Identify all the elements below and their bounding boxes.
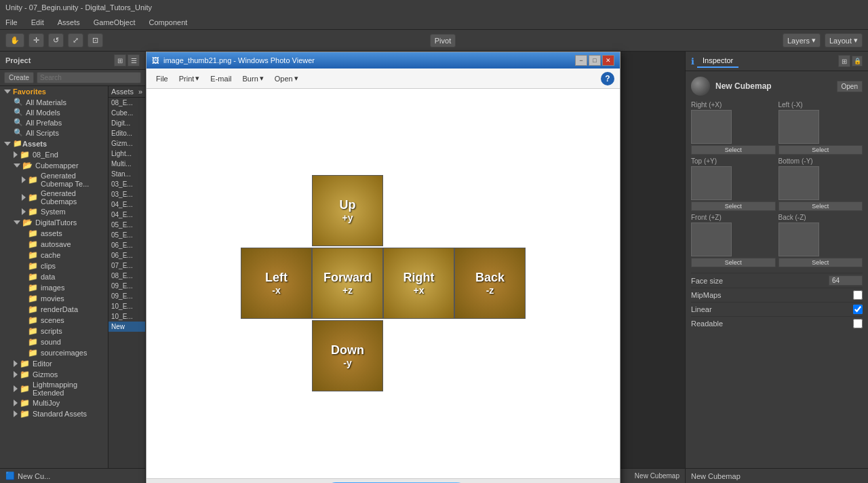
favorites-header[interactable]: Favorites (0, 86, 108, 97)
mipmaps-checkbox[interactable] (853, 290, 863, 300)
tree-scripts[interactable]: 📁 scripts (0, 326, 108, 336)
tree-digitaltutors[interactable]: 📂 DigitalTutors (0, 217, 108, 228)
asset-item-22[interactable]: New (108, 322, 145, 332)
move-tool-btn[interactable]: ✛ (28, 33, 44, 47)
face-size-input[interactable] (829, 275, 863, 286)
rotate-tool-btn[interactable]: ↺ (48, 33, 64, 47)
asset-item-4[interactable]: Gizm... (108, 138, 145, 149)
panel-icons: ⊞ ☰ (114, 54, 140, 66)
tree-gizmos[interactable]: 📁 Gizmos (0, 369, 108, 380)
asset-item-19[interactable]: 09_E... (108, 291, 145, 301)
inspector-layout-icon[interactable]: ⊞ (838, 55, 850, 67)
tree-images[interactable]: 📁 images (0, 282, 108, 293)
asset-item-8[interactable]: 03_E... (108, 179, 145, 189)
asset-item-17[interactable]: 08_E... (108, 271, 145, 281)
maximize-btn[interactable]: □ (589, 55, 601, 66)
pv-burn[interactable]: Burn▾ (239, 73, 268, 84)
asset-item-1[interactable]: Cube... (108, 108, 145, 118)
rect-tool-btn[interactable]: ⊡ (87, 33, 103, 47)
face-select-front-btn[interactable]: Select (691, 258, 776, 267)
tree-system[interactable]: 📁 System (0, 206, 108, 217)
asset-item-18[interactable]: 09_E... (108, 281, 145, 291)
linear-checkbox[interactable] (853, 305, 863, 314)
tree-data[interactable]: 📁 data (0, 271, 108, 282)
folder-icon: 📁 (28, 348, 38, 358)
fav-all-models[interactable]: 🔍 All Models (0, 107, 108, 117)
face-select-back-btn[interactable]: Select (778, 258, 863, 267)
asset-item-20[interactable]: 10_E... (108, 301, 145, 311)
asset-item-5[interactable]: Light... (108, 149, 145, 159)
asset-item-7[interactable]: Stan... (108, 169, 145, 179)
menu-edit[interactable]: Edit (28, 17, 47, 28)
asset-item-3[interactable]: Edito... (108, 128, 145, 138)
search-input[interactable] (37, 72, 141, 83)
fav-all-scripts[interactable]: 🔍 All Scripts (0, 128, 108, 138)
face-select-top-btn[interactable]: Select (691, 201, 776, 211)
asset-item-16[interactable]: 07_E... (108, 260, 145, 271)
close-btn[interactable]: ✕ (602, 55, 614, 66)
tree-renderdata[interactable]: 📁 renderData (0, 304, 108, 315)
lock-icon[interactable]: 🔒 (852, 56, 863, 66)
fav-all-prefabs[interactable]: 🔍 All Prefabs (0, 117, 108, 128)
tab-inspector[interactable]: Inspector (697, 54, 738, 68)
tree-movies[interactable]: 📁 movies (0, 293, 108, 304)
asset-item-11[interactable]: 04_E... (108, 210, 145, 220)
asset-item-14[interactable]: 06_E... (108, 240, 145, 250)
face-thumb-front (691, 223, 732, 256)
asset-item-6[interactable]: Multi... (108, 159, 145, 169)
menu-file[interactable]: File (3, 17, 20, 28)
tree-autosave[interactable]: 📁 autosave (0, 239, 108, 250)
tree-lightmapping[interactable]: 📁 Lightmapping Extended (0, 380, 108, 398)
asset-item-13[interactable]: 05_E... (108, 230, 145, 240)
tree-generated-cubemaps[interactable]: 📁 Generated Cubemaps (0, 189, 108, 206)
tree-scenes[interactable]: 📁 scenes (0, 315, 108, 326)
panel-icon-2[interactable]: ☰ (127, 54, 140, 66)
layers-btn[interactable]: Layers▾ (783, 33, 821, 47)
pivot-btn[interactable]: Pivot (430, 34, 456, 47)
asset-item-12[interactable]: 05_E... (108, 220, 145, 230)
readable-checkbox[interactable] (853, 319, 863, 328)
tree-assets[interactable]: 📁 assets (0, 228, 108, 239)
tree-sound[interactable]: 📁 sound (0, 336, 108, 347)
asset-item-21[interactable]: 10_E... (108, 311, 145, 322)
face-select-bottom-btn[interactable]: Select (778, 201, 863, 211)
tree-multijoy[interactable]: 📁 MultiJoy (0, 398, 108, 408)
inspector-open-btn[interactable]: Open (837, 81, 863, 92)
assets-header[interactable]: 📁 Assets (0, 138, 108, 149)
pv-email[interactable]: E-mail (206, 73, 235, 84)
face-select-right-btn[interactable]: Select (691, 145, 776, 155)
face-select-left-btn[interactable]: Select (778, 145, 863, 155)
minimize-btn[interactable]: − (575, 55, 587, 66)
folder-icon: 📁 (28, 229, 38, 238)
asset-item-15[interactable]: 06_E... (108, 250, 145, 260)
menu-gameobject[interactable]: GameObject (91, 17, 138, 28)
left-panel: Project ⊞ ☰ Create Favorites 🔍 A (0, 52, 146, 483)
fav-all-materials[interactable]: 🔍 All Materials (0, 97, 108, 107)
asset-item-2[interactable]: Digit... (108, 118, 145, 128)
tree-08end[interactable]: 📁 08_End (0, 149, 108, 160)
tree-standard-assets[interactable]: 📁 Standard Assets (0, 408, 108, 419)
asset-item-0[interactable]: 08_E... (108, 98, 145, 108)
tree-cubemapper[interactable]: 📂 Cubemapper (0, 160, 108, 171)
tree-cache[interactable]: 📁 cache (0, 250, 108, 260)
pv-open[interactable]: Open▾ (271, 73, 302, 84)
tree-clips[interactable]: 📁 clips (0, 260, 108, 271)
menu-assets[interactable]: Assets (55, 17, 83, 28)
layout-btn[interactable]: Layout▾ (825, 33, 863, 47)
tree-editor[interactable]: 📁 Editor (0, 358, 108, 369)
unity-title: Unity - 07_Begin.unity - Digital_Tutors_… (5, 3, 152, 12)
tree-generated-cubemap-te[interactable]: 📁 Generated Cubemap Te... (0, 171, 108, 189)
panel-icon-1[interactable]: ⊞ (114, 54, 126, 66)
asset-item-10[interactable]: 04_E... (108, 199, 145, 210)
asset-item-9[interactable]: 03_E... (108, 189, 145, 199)
pv-print[interactable]: Print▾ (175, 73, 204, 84)
create-btn[interactable]: Create (4, 72, 34, 83)
tree-sourceimages[interactable]: 📁 sourceimages (0, 347, 108, 358)
scale-tool-btn[interactable]: ⤢ (68, 33, 83, 47)
pv-file[interactable]: File (152, 73, 172, 84)
hand-tool-btn[interactable]: ✋ (5, 33, 24, 47)
help-btn[interactable]: ? (601, 72, 614, 85)
cubemap-face-up: Up +y (312, 175, 383, 246)
expand-arrow[interactable]: » (138, 88, 142, 96)
menu-component[interactable]: Component (146, 17, 190, 28)
